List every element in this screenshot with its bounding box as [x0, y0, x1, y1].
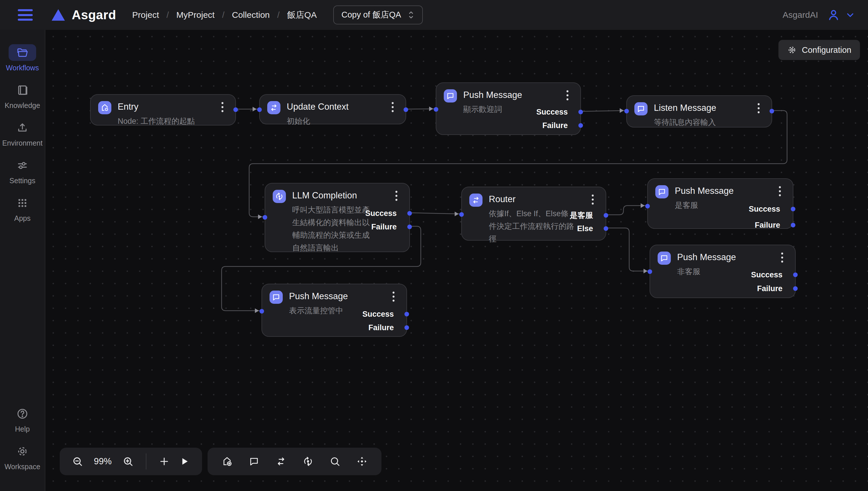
output-port-failure[interactable] — [793, 286, 798, 291]
app-logo: Asgard — [52, 8, 116, 22]
sidebar-item-workflows[interactable]: Workflows — [0, 44, 45, 72]
output-port-success[interactable] — [407, 211, 412, 215]
sidebar-item-knowledge[interactable]: Knowledge — [0, 82, 45, 110]
breadcrumb-separator: / — [222, 10, 225, 20]
output-label: Success — [365, 208, 397, 218]
breadcrumb-item-project[interactable]: Project — [132, 10, 159, 20]
node-router[interactable]: Router依據If、Else If、Else條件決定工作流程執行的路徑是客服E… — [461, 186, 606, 241]
node-menu-button[interactable] — [388, 101, 397, 113]
node-push-message-welcome[interactable]: Push Message顯示歡迎詞SuccessFailure — [436, 82, 581, 135]
node-menu-button[interactable] — [588, 194, 598, 206]
breadcrumb-item-myproject[interactable]: MyProject — [176, 10, 214, 20]
add-message-node-button[interactable] — [248, 456, 260, 467]
connection-router-cs-to-push-cs — [606, 206, 647, 215]
input-port[interactable] — [459, 212, 464, 217]
grid-dots-icon — [9, 195, 36, 211]
chevron-down-icon — [845, 10, 856, 20]
node-subtitle: 表示流量控管中 — [289, 305, 343, 317]
node-menu-button[interactable] — [389, 291, 398, 302]
sidebar-item-label: Help — [15, 425, 30, 433]
sidebar-item-label: Knowledge — [5, 102, 40, 110]
output-port-success[interactable] — [791, 207, 796, 211]
output-port-failure[interactable] — [791, 223, 796, 227]
zoom-in-button[interactable] — [122, 456, 134, 467]
output-label: Failure — [757, 284, 782, 293]
connection-arrowhead — [455, 212, 459, 216]
sidebar-item-workspace[interactable]: Workspace — [0, 443, 45, 471]
user-menu-chevron[interactable] — [845, 10, 856, 20]
node-menu-button[interactable] — [754, 102, 764, 114]
input-port[interactable] — [257, 107, 262, 112]
run-workflow-button[interactable] — [179, 456, 190, 467]
chat-icon — [248, 456, 260, 467]
exchange-icon — [469, 194, 482, 207]
input-port[interactable] — [263, 215, 267, 220]
node-title: Push Message — [675, 186, 734, 196]
breadcrumb-item-飯店qa[interactable]: 飯店QA — [287, 9, 317, 21]
node-llm-completion[interactable]: LLM Completion呼叫大型語言模型並產生結構化的資料輸出以輔助流程的決… — [265, 183, 410, 252]
configuration-label: Configuration — [802, 46, 851, 55]
breadcrumb-separator: / — [167, 10, 169, 20]
workflow-version-select[interactable]: Copy of 飯店QA — [333, 5, 423, 24]
add-button[interactable] — [158, 456, 170, 467]
node-push-message-traffic[interactable]: Push Message表示流量控管中SuccessFailure — [262, 284, 407, 337]
pan-mode-button[interactable] — [356, 456, 368, 467]
configuration-button[interactable]: Configuration — [778, 40, 860, 60]
node-menu-button[interactable] — [777, 252, 787, 264]
add-entry-node-button[interactable] — [221, 456, 233, 467]
output-port-success[interactable] — [793, 272, 798, 277]
node-push-message-cs[interactable]: Push Message是客服SuccessFailure — [647, 178, 794, 229]
input-port[interactable] — [645, 204, 650, 208]
connection-arrowhead — [255, 308, 259, 313]
sidebar-item-environment[interactable]: Environment — [0, 119, 45, 147]
node-menu-button[interactable] — [563, 89, 572, 102]
input-port[interactable] — [648, 269, 652, 274]
node-menu-button[interactable] — [775, 185, 785, 197]
chat-icon — [444, 89, 457, 103]
node-palette-toolbar — [208, 447, 382, 475]
add-llm-node-button[interactable] — [302, 456, 314, 467]
output-port[interactable] — [233, 107, 238, 112]
sidebar-item-apps[interactable]: Apps — [0, 195, 45, 223]
workflow-canvas[interactable]: Configuration 99% — [46, 30, 868, 491]
output-port-failure[interactable] — [407, 225, 412, 229]
exchange-icon — [275, 456, 287, 467]
search-button[interactable] — [329, 456, 341, 467]
user-avatar-button[interactable] — [827, 8, 840, 22]
output-port-success[interactable] — [405, 312, 409, 316]
add-router-node-button[interactable] — [275, 456, 287, 467]
gear-icon — [787, 45, 797, 55]
breadcrumb-item-collection[interactable]: Collection — [232, 10, 270, 20]
logo-triangle-icon — [52, 9, 65, 21]
node-menu-button[interactable] — [391, 190, 401, 202]
node-update-context[interactable]: Update Context初始化 — [259, 94, 406, 124]
sidebar-item-help[interactable]: Help — [0, 405, 45, 433]
connection-update-context-to-push-welcome — [406, 109, 436, 109]
search-icon — [329, 456, 341, 467]
sidebar-item-settings[interactable]: Settings — [0, 157, 45, 185]
input-port[interactable] — [260, 309, 264, 314]
node-menu-button[interactable] — [217, 101, 227, 113]
input-port[interactable] — [624, 109, 629, 113]
output-port-else[interactable] — [604, 226, 608, 231]
menu-button[interactable] — [18, 9, 33, 21]
input-port[interactable] — [434, 107, 438, 112]
output-port[interactable] — [770, 109, 774, 113]
llm-icon — [273, 190, 286, 203]
node-entry[interactable]: EntryNode: 工作流程的起點 — [90, 94, 236, 125]
node-push-message-noncs[interactable]: Push Message非客服SuccessFailure — [650, 244, 796, 298]
folder-icon — [9, 44, 36, 61]
upload-icon — [9, 119, 36, 136]
output-port[interactable] — [403, 107, 408, 112]
output-label: 是客服 — [570, 210, 593, 220]
node-listen-message[interactable]: Listen Message等待訊息內容輸入 — [626, 95, 772, 127]
logo-text: Asgard — [72, 8, 116, 22]
output-port-success[interactable] — [578, 110, 583, 114]
output-port-failure[interactable] — [405, 325, 409, 330]
node-subtitle: 呼叫大型語言模型並產生結構化的資料輸出以輔助流程的決策或生成自然語言輸出 — [292, 204, 370, 254]
output-port-failure[interactable] — [578, 123, 583, 128]
output-label: Success — [536, 107, 568, 117]
zoom-out-button[interactable] — [72, 456, 83, 467]
output-port-是客服[interactable] — [604, 213, 608, 218]
play-icon — [179, 456, 190, 467]
